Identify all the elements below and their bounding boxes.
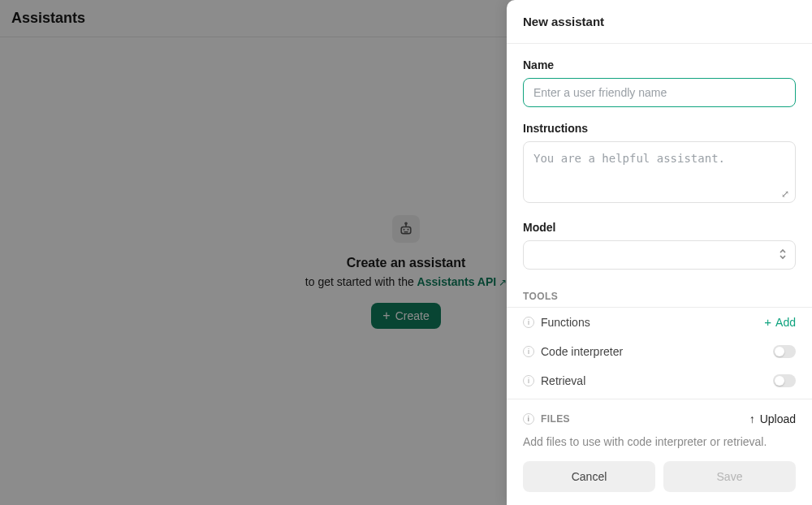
- model-label: Model: [523, 221, 796, 234]
- new-assistant-panel: New assistant Name Instructions ⤢ Model …: [507, 0, 812, 505]
- info-icon[interactable]: i: [523, 317, 534, 328]
- retrieval-label: Retrieval: [541, 374, 585, 387]
- name-label: Name: [523, 58, 796, 71]
- upload-button[interactable]: ↑ Upload: [749, 412, 796, 425]
- save-button[interactable]: Save: [663, 461, 796, 492]
- files-hint: Add files to use with code interpreter o…: [523, 435, 796, 448]
- instructions-input[interactable]: [523, 141, 796, 203]
- info-icon[interactable]: i: [523, 375, 534, 386]
- plus-icon: +: [764, 317, 771, 328]
- cancel-button[interactable]: Cancel: [523, 461, 655, 492]
- panel-title: New assistant: [523, 15, 796, 28]
- code-interpreter-label: Code interpreter: [541, 345, 623, 358]
- files-section-label: FILES: [541, 413, 570, 425]
- upload-icon: ↑: [749, 412, 755, 425]
- model-select[interactable]: [523, 240, 796, 270]
- code-interpreter-toggle[interactable]: [773, 345, 796, 358]
- retrieval-toggle[interactable]: [773, 374, 796, 387]
- add-function-button[interactable]: + Add: [764, 316, 796, 329]
- info-icon[interactable]: i: [523, 346, 534, 357]
- expand-icon[interactable]: ⤢: [781, 188, 789, 200]
- name-input[interactable]: [523, 78, 796, 107]
- tools-section-label: TOOLS: [523, 291, 796, 302]
- info-icon[interactable]: i: [523, 413, 534, 425]
- instructions-label: Instructions: [523, 122, 796, 135]
- chevron-up-down-icon: [779, 248, 787, 262]
- functions-label: Functions: [541, 316, 590, 329]
